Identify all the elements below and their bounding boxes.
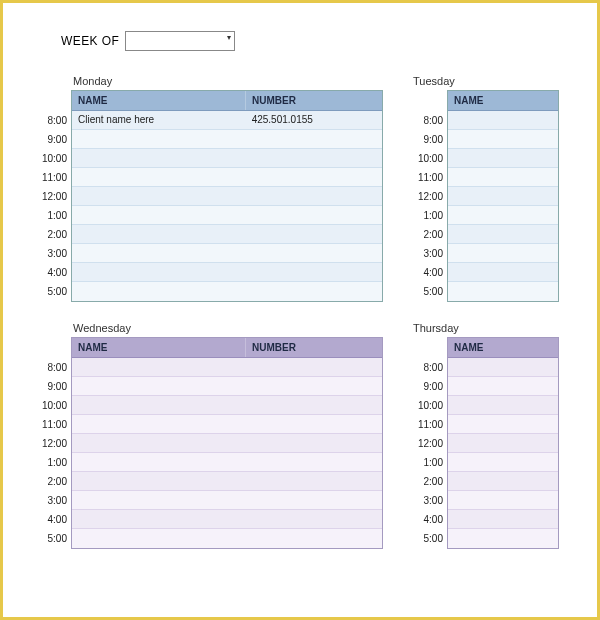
table-row[interactable]	[448, 396, 558, 415]
cell-name[interactable]	[72, 529, 246, 548]
table-row[interactable]: Client name here425.501.0155	[72, 111, 382, 130]
cell-name[interactable]	[72, 149, 246, 167]
cell-number[interactable]	[246, 472, 382, 490]
table-row[interactable]	[448, 491, 558, 510]
cell[interactable]	[448, 111, 558, 129]
cell-name[interactable]	[72, 168, 246, 186]
table-row[interactable]	[72, 206, 382, 225]
cell-name[interactable]	[72, 130, 246, 148]
cell[interactable]	[448, 149, 558, 167]
table-row[interactable]	[72, 282, 382, 301]
cell[interactable]	[448, 377, 558, 395]
cell[interactable]	[448, 187, 558, 205]
cell[interactable]	[448, 396, 558, 414]
cell[interactable]	[448, 358, 558, 376]
cell-name[interactable]	[72, 453, 246, 471]
table-row[interactable]	[72, 149, 382, 168]
cell[interactable]	[448, 491, 558, 509]
table-row[interactable]	[448, 168, 558, 187]
cell-number[interactable]	[246, 396, 382, 414]
cell-number[interactable]: 425.501.0155	[246, 111, 382, 129]
table-row[interactable]	[448, 510, 558, 529]
cell[interactable]	[448, 472, 558, 490]
cell-name[interactable]	[72, 396, 246, 414]
table-row[interactable]	[448, 358, 558, 377]
cell-number[interactable]	[246, 453, 382, 471]
cell-name[interactable]: Client name here	[72, 111, 246, 129]
table-row[interactable]	[72, 510, 382, 529]
table-row[interactable]	[448, 529, 558, 548]
table-row[interactable]	[72, 415, 382, 434]
cell[interactable]	[448, 168, 558, 186]
table-row[interactable]	[72, 434, 382, 453]
cell[interactable]	[448, 263, 558, 281]
cell-number[interactable]	[246, 529, 382, 548]
cell-name[interactable]	[72, 206, 246, 224]
cell-name[interactable]	[72, 491, 246, 509]
table-row[interactable]	[448, 263, 558, 282]
cell-name[interactable]	[72, 187, 246, 205]
table-row[interactable]	[72, 225, 382, 244]
cell-number[interactable]	[246, 130, 382, 148]
table-row[interactable]	[448, 187, 558, 206]
cell-number[interactable]	[246, 244, 382, 262]
table-row[interactable]	[448, 377, 558, 396]
cell-number[interactable]	[246, 358, 382, 376]
table-row[interactable]	[72, 472, 382, 491]
cell[interactable]	[448, 282, 558, 301]
table-row[interactable]	[72, 244, 382, 263]
table-row[interactable]	[72, 187, 382, 206]
cell-name[interactable]	[72, 510, 246, 528]
table-row[interactable]	[72, 130, 382, 149]
cell-name[interactable]	[72, 263, 246, 281]
cell-number[interactable]	[246, 225, 382, 243]
cell-name[interactable]	[72, 472, 246, 490]
cell-name[interactable]	[72, 377, 246, 395]
cell[interactable]	[448, 415, 558, 433]
table-row[interactable]	[448, 225, 558, 244]
table-row[interactable]	[448, 244, 558, 263]
table-row[interactable]	[448, 434, 558, 453]
cell[interactable]	[448, 206, 558, 224]
table-row[interactable]	[72, 491, 382, 510]
cell-number[interactable]	[246, 263, 382, 281]
cell[interactable]	[448, 130, 558, 148]
cell[interactable]	[448, 434, 558, 452]
table-row[interactable]	[448, 415, 558, 434]
table-row[interactable]	[72, 263, 382, 282]
cell-name[interactable]	[72, 244, 246, 262]
cell-name[interactable]	[72, 282, 246, 301]
cell[interactable]	[448, 529, 558, 548]
cell-number[interactable]	[246, 149, 382, 167]
cell-name[interactable]	[72, 358, 246, 376]
cell[interactable]	[448, 453, 558, 471]
table-row[interactable]	[72, 377, 382, 396]
cell-number[interactable]	[246, 168, 382, 186]
table-row[interactable]	[448, 453, 558, 472]
table-row[interactable]	[72, 358, 382, 377]
table-row[interactable]	[72, 453, 382, 472]
cell-number[interactable]	[246, 491, 382, 509]
table-row[interactable]	[448, 472, 558, 491]
table-row[interactable]	[448, 282, 558, 301]
table-row[interactable]	[448, 149, 558, 168]
cell[interactable]	[448, 244, 558, 262]
cell-number[interactable]	[246, 415, 382, 433]
cell-name[interactable]	[72, 225, 246, 243]
table-row[interactable]	[448, 130, 558, 149]
cell-name[interactable]	[72, 434, 246, 452]
cell-number[interactable]	[246, 187, 382, 205]
table-row[interactable]	[72, 529, 382, 548]
cell-number[interactable]	[246, 282, 382, 301]
cell[interactable]	[448, 225, 558, 243]
cell-number[interactable]	[246, 377, 382, 395]
table-row[interactable]	[448, 206, 558, 225]
cell-number[interactable]	[246, 206, 382, 224]
cell-number[interactable]	[246, 434, 382, 452]
table-row[interactable]	[72, 396, 382, 415]
cell-number[interactable]	[246, 510, 382, 528]
table-row[interactable]	[72, 168, 382, 187]
cell[interactable]	[448, 510, 558, 528]
cell-name[interactable]	[72, 415, 246, 433]
weekof-input[interactable]: ▾	[125, 31, 235, 51]
